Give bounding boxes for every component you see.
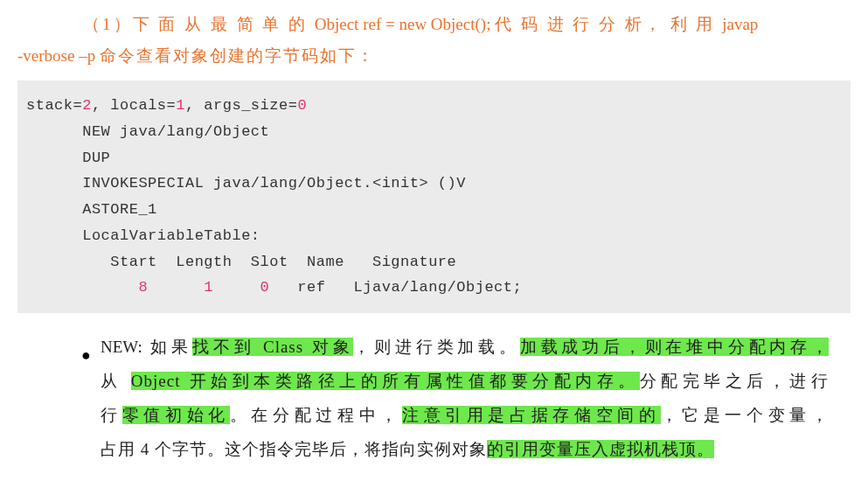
highlight-1: 找不到 Class 对象 [192, 338, 353, 356]
t6a: ，它是一个变量， [661, 406, 829, 424]
t1: 如果 [142, 338, 192, 356]
t6b: 占用 4 个字节。这个指令完毕后，将指向实例对象 [101, 440, 487, 458]
intro-paragraph: （1）下 面 从 最 简 单 的 Object ref = new Object… [84, 9, 851, 40]
bullet-dot-icon: ● [81, 339, 92, 372]
code-l7: Start Length Slot Name Signature [26, 254, 456, 270]
code-l8g: ref Ljava/lang/Object; [269, 279, 522, 296]
code-l8c [148, 279, 204, 296]
bullet-line-4: 占用 4 个字节。这个指令完毕后，将指向实例对象的引用变量压入虚拟机栈顶。 [101, 433, 829, 467]
intro-suffix: 命令查看对象创建的字节码如下： [100, 46, 375, 65]
intro-cmd-verbose: -verbose –p [17, 46, 100, 65]
code-l6: LocalVariableTable: [26, 227, 260, 244]
intro-prefix: （1）下 面 从 最 简 单 的 [83, 15, 315, 33]
code-l1e: , args_size= [185, 97, 297, 114]
code-l1-stack: 2 [82, 97, 92, 114]
bytecode-block: stack=2, locals=1, args_size=0 NEW java/… [17, 80, 851, 313]
highlight-3: Object 开始到本类路径上的所有属性值都要分配内存。 [131, 372, 640, 390]
code-l8a [26, 279, 138, 296]
code-l4: INVOKESPECIAL java/lang/Object.<init> ()… [26, 175, 466, 192]
t4b: 行 [101, 406, 122, 424]
highlight-5: 注意引用是占据存储空间的 [402, 406, 661, 424]
t4: 分配完毕之后，进行 [640, 372, 829, 390]
intro-cmd-javap: javap [722, 15, 758, 33]
t2: ，则进行类加载。 [353, 338, 519, 356]
intro-inline-code: Object ref = new Object(); [315, 15, 495, 33]
code-l1c: , locals= [92, 97, 176, 114]
code-l8-slot: 0 [260, 279, 270, 296]
code-l1-locals: 1 [176, 97, 185, 114]
t3: 从 [101, 372, 131, 390]
code-l8-start: 8 [138, 279, 148, 296]
t5: 。在分配过程中， [230, 406, 402, 424]
code-l2: NEW java/lang/Object [26, 123, 269, 140]
intro-mid: 代 码 进 行 分 析， 利 用 [495, 15, 722, 33]
bullet-line-3: 行零值初始化。在分配过程中，注意引用是占据存储空间的，它是一个变量， [101, 399, 829, 433]
code-l1-args: 0 [297, 97, 307, 114]
bullet-line-1: ● NEW: 如果找不到 Class 对象，则进行类加载。加载成功后，则在堆中分… [101, 331, 829, 365]
instr-label: NEW: [101, 338, 142, 356]
bullet-list: ● NEW: 如果找不到 Class 对象，则进行类加载。加载成功后，则在堆中分… [17, 331, 851, 467]
code-l8-length: 1 [204, 279, 213, 296]
code-l8e [213, 279, 260, 296]
code-l1a: stack= [26, 97, 82, 114]
highlight-6: 的引用变量压入虚拟机栈顶。 [487, 440, 714, 458]
code-l3: DUP [26, 150, 110, 166]
highlight-4: 零值初始化 [122, 406, 230, 424]
highlight-2: 加载成功后，则在堆中分配内存， [520, 338, 829, 356]
code-l5: ASTORE_1 [26, 201, 157, 218]
h1-text: 找不到 Class 对象 [192, 338, 353, 356]
bullet-line-2: 从 Object 开始到本类路径上的所有属性值都要分配内存。分配完毕之后，进行 [101, 365, 829, 399]
intro-line2: -verbose –p 命令查看对象创建的字节码如下： [17, 40, 851, 72]
